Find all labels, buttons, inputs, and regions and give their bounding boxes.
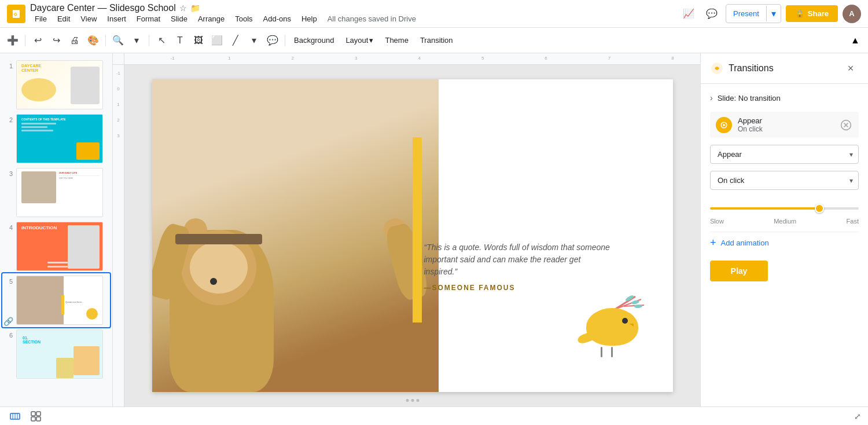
speed-slider-container	[710, 197, 859, 217]
slide-transition-label: Slide: No transition	[718, 94, 781, 102]
appear-select-wrapper: Appear Fade Fly in Zoom	[710, 145, 859, 164]
animation-labels: Appear On click	[738, 116, 833, 133]
paint-format-btn[interactable]: 🎨	[85, 32, 101, 49]
slide-thumb-4[interactable]: 4 INTRODUCTION	[2, 219, 110, 273]
slide-transition-row[interactable]: › Slide: No transition	[710, 91, 859, 105]
folder-icon[interactable]: 📁	[190, 3, 200, 13]
doc-title-text: Daycare Center — Slidesgo School	[30, 3, 176, 13]
quote-text: “This is a quote. Words full of wisdom t…	[424, 241, 615, 278]
play-button[interactable]: Play	[710, 261, 768, 281]
ruler-top: -1 1 2 3 4 5 6 7 8	[124, 53, 700, 65]
slide-num-6: 6	[5, 332, 13, 339]
theme-btn[interactable]: Theme	[380, 34, 413, 47]
slides-panel: 1 DAYCARECENTER 2 CONTENTS OF THIS TEMPL…	[0, 53, 113, 406]
dot-3	[416, 399, 419, 402]
present-label: Present	[733, 9, 759, 18]
zoom-btn[interactable]: 🔍	[110, 32, 126, 49]
slide-thumb-3[interactable]: 3 OUR DAILY LIFE SUB TITLE HERE	[2, 166, 110, 219]
slide-img-3: OUR DAILY LIFE SUB TITLE HERE	[16, 168, 103, 217]
toolbar: ➕ ↩ ↪ 🖨 🎨 🔍 ▾ ↖ T 🖼 ⬜ ╱ ▾ 💬 Background L…	[0, 28, 868, 53]
add-btn[interactable]: ➕	[5, 32, 21, 49]
canvas-area: -1 1 2 3 4 5 6 7 8 -10123	[113, 53, 700, 406]
menu-arrange[interactable]: Arrange	[193, 13, 229, 24]
print-btn[interactable]: 🖨	[67, 32, 83, 49]
appear-select[interactable]: Appear Fade Fly in Zoom	[710, 145, 859, 164]
star-icon[interactable]: ☆	[179, 3, 187, 13]
menu-edit[interactable]: Edit	[53, 13, 75, 24]
shape-btn[interactable]: ⬜	[209, 32, 225, 49]
slide-thumb-1[interactable]: 1 DAYCARECENTER	[2, 58, 110, 112]
present-button[interactable]: Present ▾	[726, 4, 781, 23]
menu-help[interactable]: Help	[297, 13, 322, 24]
top-bar: G Daycare Center — Slidesgo School ☆ 📁 F…	[0, 0, 868, 28]
top-right-actions: 📈 💬 Present ▾ 🔒 Share A	[679, 4, 861, 23]
add-animation-label: Add animation	[721, 239, 769, 247]
speed-labels: Slow Medium Fast	[710, 218, 859, 225]
background-btn[interactable]: Background	[289, 34, 339, 47]
remove-animation-btn[interactable]	[839, 118, 853, 132]
slide-num-2: 2	[5, 116, 13, 123]
present-main-btn[interactable]: Present	[726, 6, 767, 21]
slide-num-3: 3	[5, 170, 13, 177]
fast-label: Fast	[847, 218, 859, 225]
slide-thumb-5[interactable]: 5 Quote text here... 🔗	[2, 273, 110, 327]
layout-label: Layout	[345, 36, 368, 45]
slide-main: “This is a quote. Words full of wisdom t…	[152, 79, 673, 392]
chat-icon[interactable]: 💬	[703, 5, 721, 23]
grid-view-btn[interactable]	[28, 408, 44, 424]
activity-icon[interactable]: 📈	[679, 5, 698, 23]
animation-name: Appear	[738, 116, 833, 125]
quote-attribution: —SOMEONE FAMOUS	[424, 284, 615, 292]
sep1	[25, 35, 25, 46]
on-click-select-wrapper: On click After previous With previous	[710, 171, 859, 190]
cursor-btn[interactable]: ↖	[153, 32, 170, 49]
speed-slider[interactable]	[710, 207, 859, 210]
panel-title-row: Transitions	[710, 61, 774, 75]
close-panel-btn[interactable]: ×	[843, 60, 859, 76]
slide-thumb-2[interactable]: 2 CONTENTS OF THIS TEMPLATE	[2, 112, 110, 166]
menu-format[interactable]: Format	[132, 13, 165, 24]
sep2	[105, 35, 106, 46]
bottom-left	[7, 408, 44, 424]
transition-btn[interactable]: Transition	[415, 34, 458, 47]
slide-img-6: 01.SECTION	[16, 329, 103, 379]
share-button[interactable]: 🔒 Share	[786, 5, 838, 22]
animation-item: Appear On click	[710, 112, 859, 138]
ruler-left: -10123	[113, 65, 124, 406]
expand-btn[interactable]: ⤢	[854, 412, 861, 421]
menu-file[interactable]: File	[30, 13, 52, 24]
menu-insert[interactable]: Insert	[102, 13, 131, 24]
menu-slide[interactable]: Slide	[166, 13, 192, 24]
menu-addons[interactable]: Add-ons	[259, 13, 296, 24]
slide-num-5: 5	[5, 278, 13, 285]
slide-nav-dots	[406, 399, 419, 402]
on-click-select[interactable]: On click After previous With previous	[710, 171, 859, 190]
zoom-dropdown[interactable]: ▾	[128, 32, 145, 49]
undo-btn[interactable]: ↩	[30, 32, 46, 49]
plus-icon: +	[710, 237, 716, 249]
layout-btn[interactable]: Layout▾	[341, 34, 378, 47]
menu-tools[interactable]: Tools	[230, 13, 257, 24]
svg-rect-19	[31, 412, 35, 416]
slide-img-4: INTRODUCTION	[16, 222, 103, 271]
bird-illustration	[586, 305, 638, 357]
image-btn[interactable]: 🖼	[190, 32, 207, 49]
share-label: Share	[808, 9, 829, 18]
line-btn[interactable]: ╱	[227, 32, 244, 49]
add-animation-row[interactable]: + Add animation	[710, 232, 859, 254]
title-section: Daycare Center — Slidesgo School ☆ 📁 Fil…	[30, 3, 675, 24]
menu-bar: File Edit View Insert Format Slide Arran…	[30, 13, 675, 24]
textbox-btn[interactable]: T	[172, 32, 188, 49]
slide-canvas[interactable]: “This is a quote. Words full of wisdom t…	[124, 65, 700, 406]
present-dropdown-arrow[interactable]: ▾	[767, 5, 781, 23]
svg-text:G: G	[14, 12, 17, 17]
slide-thumb-6[interactable]: 6 01.SECTION	[2, 327, 110, 381]
svg-rect-20	[36, 412, 41, 416]
collapse-toolbar-btn[interactable]: ▲	[847, 32, 863, 49]
menu-view[interactable]: View	[76, 13, 101, 24]
line-dropdown[interactable]: ▾	[246, 32, 262, 49]
redo-btn[interactable]: ↪	[48, 32, 64, 49]
animation-trigger: On click	[738, 125, 833, 133]
comment-btn[interactable]: 💬	[264, 32, 281, 49]
filmstrip-view-btn[interactable]	[7, 408, 23, 424]
